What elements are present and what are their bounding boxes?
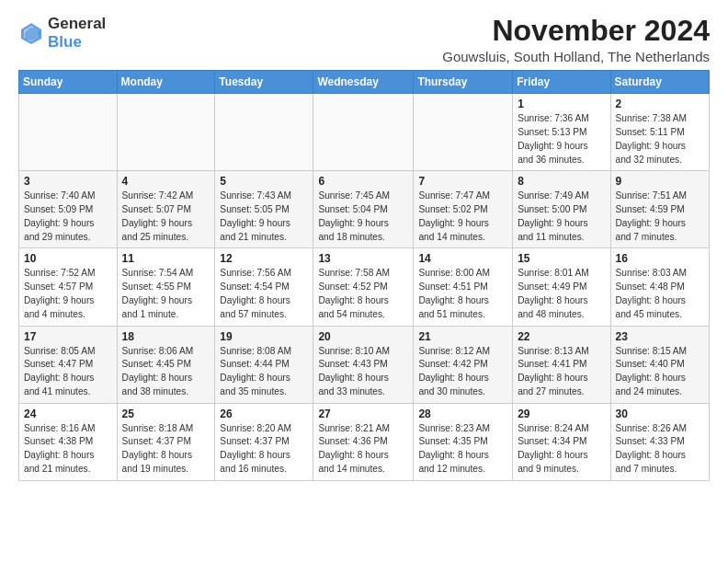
logo: General Blue bbox=[18, 15, 106, 51]
day-detail: Sunrise: 7:51 AM Sunset: 4:59 PM Dayligh… bbox=[616, 190, 704, 244]
calendar-cell bbox=[215, 94, 313, 171]
day-number: 14 bbox=[418, 252, 507, 265]
calendar-cell: 20Sunrise: 8:10 AM Sunset: 4:43 PM Dayli… bbox=[313, 326, 414, 403]
calendar-cell: 16Sunrise: 8:03 AM Sunset: 4:48 PM Dayli… bbox=[610, 248, 709, 326]
day-number: 23 bbox=[616, 330, 704, 343]
calendar-cell: 5Sunrise: 7:43 AM Sunset: 5:05 PM Daylig… bbox=[215, 171, 313, 248]
day-number: 17 bbox=[24, 330, 112, 343]
calendar-cell: 18Sunrise: 8:06 AM Sunset: 4:45 PM Dayli… bbox=[117, 326, 215, 403]
calendar-cell: 29Sunrise: 8:24 AM Sunset: 4:34 PM Dayli… bbox=[513, 403, 610, 480]
calendar-cell: 8Sunrise: 7:49 AM Sunset: 5:00 PM Daylig… bbox=[513, 171, 610, 248]
day-number: 13 bbox=[318, 252, 408, 265]
day-detail: Sunrise: 8:24 AM Sunset: 4:34 PM Dayligh… bbox=[518, 422, 605, 477]
header: General Blue November 2024 Gouwsluis, So… bbox=[18, 15, 710, 64]
day-detail: Sunrise: 7:49 AM Sunset: 5:00 PM Dayligh… bbox=[518, 190, 605, 244]
day-detail: Sunrise: 8:13 AM Sunset: 4:41 PM Dayligh… bbox=[518, 345, 605, 399]
calendar-cell: 19Sunrise: 8:08 AM Sunset: 4:44 PM Dayli… bbox=[215, 326, 313, 403]
day-detail: Sunrise: 8:05 AM Sunset: 4:47 PM Dayligh… bbox=[24, 345, 112, 399]
day-detail: Sunrise: 7:38 AM Sunset: 5:11 PM Dayligh… bbox=[616, 112, 704, 167]
calendar-cell: 1Sunrise: 7:36 AM Sunset: 5:13 PM Daylig… bbox=[513, 94, 610, 171]
day-detail: Sunrise: 8:03 AM Sunset: 4:48 PM Dayligh… bbox=[616, 267, 704, 321]
day-number: 27 bbox=[318, 408, 408, 420]
day-header-monday: Monday bbox=[117, 71, 215, 94]
calendar-cell: 22Sunrise: 8:13 AM Sunset: 4:41 PM Dayli… bbox=[513, 326, 610, 403]
calendar-cell: 4Sunrise: 7:42 AM Sunset: 5:07 PM Daylig… bbox=[117, 171, 215, 248]
week-row-3: 10Sunrise: 7:52 AM Sunset: 4:57 PM Dayli… bbox=[19, 248, 710, 326]
calendar-cell bbox=[313, 94, 414, 171]
day-number: 1 bbox=[518, 98, 605, 110]
day-detail: Sunrise: 7:40 AM Sunset: 5:09 PM Dayligh… bbox=[24, 190, 112, 244]
title-block: November 2024 Gouwsluis, South Holland, … bbox=[442, 15, 710, 64]
subtitle: Gouwsluis, South Holland, The Netherland… bbox=[442, 49, 710, 64]
day-detail: Sunrise: 8:06 AM Sunset: 4:45 PM Dayligh… bbox=[122, 345, 210, 399]
logo-icon bbox=[18, 20, 44, 46]
day-number: 11 bbox=[122, 252, 210, 265]
day-header-sunday: Sunday bbox=[19, 71, 118, 94]
day-detail: Sunrise: 8:01 AM Sunset: 4:49 PM Dayligh… bbox=[518, 267, 605, 321]
main-title: November 2024 bbox=[442, 15, 710, 47]
day-number: 7 bbox=[418, 175, 507, 188]
day-number: 3 bbox=[24, 175, 112, 188]
day-detail: Sunrise: 7:52 AM Sunset: 4:57 PM Dayligh… bbox=[24, 267, 112, 321]
calendar-cell: 25Sunrise: 8:18 AM Sunset: 4:37 PM Dayli… bbox=[117, 403, 215, 480]
day-number: 30 bbox=[616, 408, 704, 420]
day-detail: Sunrise: 8:12 AM Sunset: 4:42 PM Dayligh… bbox=[418, 345, 507, 399]
day-detail: Sunrise: 8:08 AM Sunset: 4:44 PM Dayligh… bbox=[220, 345, 308, 399]
week-row-1: 1Sunrise: 7:36 AM Sunset: 5:13 PM Daylig… bbox=[19, 94, 710, 171]
day-header-saturday: Saturday bbox=[610, 71, 709, 94]
calendar-cell: 24Sunrise: 8:16 AM Sunset: 4:38 PM Dayli… bbox=[19, 403, 118, 480]
day-detail: Sunrise: 8:26 AM Sunset: 4:33 PM Dayligh… bbox=[616, 422, 704, 477]
day-number: 19 bbox=[220, 330, 308, 343]
calendar-cell: 7Sunrise: 7:47 AM Sunset: 5:02 PM Daylig… bbox=[414, 171, 513, 248]
day-number: 24 bbox=[24, 408, 112, 420]
day-detail: Sunrise: 8:10 AM Sunset: 4:43 PM Dayligh… bbox=[318, 345, 408, 399]
calendar-cell: 30Sunrise: 8:26 AM Sunset: 4:33 PM Dayli… bbox=[610, 403, 709, 480]
day-detail: Sunrise: 8:00 AM Sunset: 4:51 PM Dayligh… bbox=[418, 267, 507, 321]
calendar-cell: 14Sunrise: 8:00 AM Sunset: 4:51 PM Dayli… bbox=[414, 248, 513, 326]
calendar-cell: 15Sunrise: 8:01 AM Sunset: 4:49 PM Dayli… bbox=[513, 248, 610, 326]
day-number: 4 bbox=[122, 175, 210, 188]
day-header-friday: Friday bbox=[513, 71, 610, 94]
calendar-cell: 10Sunrise: 7:52 AM Sunset: 4:57 PM Dayli… bbox=[19, 248, 118, 326]
day-detail: Sunrise: 8:18 AM Sunset: 4:37 PM Dayligh… bbox=[122, 422, 210, 477]
day-detail: Sunrise: 7:56 AM Sunset: 4:54 PM Dayligh… bbox=[220, 267, 308, 321]
day-number: 20 bbox=[318, 330, 408, 343]
day-number: 16 bbox=[616, 252, 704, 265]
calendar-cell: 21Sunrise: 8:12 AM Sunset: 4:42 PM Dayli… bbox=[414, 326, 513, 403]
day-detail: Sunrise: 8:15 AM Sunset: 4:40 PM Dayligh… bbox=[616, 345, 704, 399]
calendar-cell: 6Sunrise: 7:45 AM Sunset: 5:04 PM Daylig… bbox=[313, 171, 414, 248]
day-number: 9 bbox=[616, 175, 704, 188]
calendar-cell: 28Sunrise: 8:23 AM Sunset: 4:35 PM Dayli… bbox=[414, 403, 513, 480]
day-detail: Sunrise: 7:58 AM Sunset: 4:52 PM Dayligh… bbox=[318, 267, 408, 321]
week-row-4: 17Sunrise: 8:05 AM Sunset: 4:47 PM Dayli… bbox=[19, 326, 710, 403]
calendar-cell: 26Sunrise: 8:20 AM Sunset: 4:37 PM Dayli… bbox=[215, 403, 313, 480]
day-number: 29 bbox=[518, 408, 605, 420]
day-detail: Sunrise: 8:21 AM Sunset: 4:36 PM Dayligh… bbox=[318, 422, 408, 477]
calendar-cell bbox=[19, 94, 118, 171]
day-number: 8 bbox=[518, 175, 605, 188]
logo-text: General Blue bbox=[48, 15, 106, 51]
calendar-cell: 11Sunrise: 7:54 AM Sunset: 4:55 PM Dayli… bbox=[117, 248, 215, 326]
calendar: SundayMondayTuesdayWednesdayThursdayFrid… bbox=[18, 70, 710, 481]
week-row-5: 24Sunrise: 8:16 AM Sunset: 4:38 PM Dayli… bbox=[19, 403, 710, 480]
calendar-cell: 17Sunrise: 8:05 AM Sunset: 4:47 PM Dayli… bbox=[19, 326, 118, 403]
day-number: 25 bbox=[122, 408, 210, 420]
day-header-thursday: Thursday bbox=[414, 71, 513, 94]
day-number: 6 bbox=[318, 175, 408, 188]
day-number: 22 bbox=[518, 330, 605, 343]
day-detail: Sunrise: 7:47 AM Sunset: 5:02 PM Dayligh… bbox=[418, 190, 507, 244]
day-detail: Sunrise: 7:42 AM Sunset: 5:07 PM Dayligh… bbox=[122, 190, 210, 244]
day-header-tuesday: Tuesday bbox=[215, 71, 313, 94]
calendar-header-row: SundayMondayTuesdayWednesdayThursdayFrid… bbox=[19, 71, 710, 94]
calendar-cell: 2Sunrise: 7:38 AM Sunset: 5:11 PM Daylig… bbox=[610, 94, 709, 171]
calendar-cell bbox=[117, 94, 215, 171]
calendar-cell: 27Sunrise: 8:21 AM Sunset: 4:36 PM Dayli… bbox=[313, 403, 414, 480]
day-detail: Sunrise: 7:45 AM Sunset: 5:04 PM Dayligh… bbox=[318, 190, 408, 244]
calendar-cell: 23Sunrise: 8:15 AM Sunset: 4:40 PM Dayli… bbox=[610, 326, 709, 403]
calendar-cell bbox=[414, 94, 513, 171]
calendar-cell: 9Sunrise: 7:51 AM Sunset: 4:59 PM Daylig… bbox=[610, 171, 709, 248]
page: General Blue November 2024 Gouwsluis, So… bbox=[0, 0, 728, 490]
calendar-cell: 13Sunrise: 7:58 AM Sunset: 4:52 PM Dayli… bbox=[313, 248, 414, 326]
day-number: 18 bbox=[122, 330, 210, 343]
day-number: 2 bbox=[616, 98, 704, 110]
